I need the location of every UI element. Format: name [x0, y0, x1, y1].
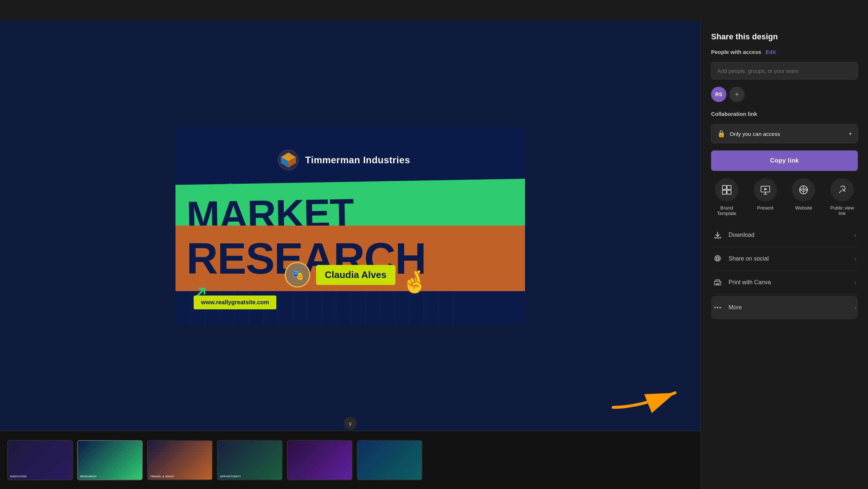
more-label: More — [729, 304, 848, 311]
present-label: Present — [757, 205, 773, 211]
print-menu-item[interactable]: Print with Canva › — [711, 271, 858, 294]
share-option-brand-template[interactable]: BrandTemplate — [711, 178, 742, 216]
share-options-grid: BrandTemplate Present — [711, 178, 858, 216]
person-name-badge: Claudia Alves — [316, 265, 395, 285]
thumbnails-bar: EXECUTIVE RESEARCH TRAVEL & SIGHT OPPORT… — [0, 431, 701, 489]
brand-template-icon — [715, 178, 738, 202]
scroll-down-button[interactable]: ∨ — [344, 417, 357, 430]
download-label: Download — [729, 232, 848, 238]
more-menu-item[interactable]: More › — [711, 296, 858, 319]
svg-rect-5 — [722, 185, 726, 189]
people-access-label: People with access — [711, 49, 761, 55]
svg-point-19 — [717, 307, 718, 308]
company-name: Timmerman Industries — [305, 154, 410, 166]
more-chevron-icon: › — [854, 304, 856, 312]
brand-template-label: BrandTemplate — [717, 205, 737, 216]
collab-link-dropdown[interactable]: 🔒 Only you can access ▾ — [711, 124, 858, 143]
hand-emoji-2: 🤞 — [401, 269, 429, 295]
share-option-present[interactable]: Present — [750, 178, 781, 216]
thumbnail-5[interactable] — [287, 440, 352, 480]
share-social-label: Share on social — [729, 255, 848, 262]
company-header: Timmerman Industries — [277, 149, 410, 171]
top-bar — [0, 0, 868, 20]
thumb-label-2: RESEARCH — [80, 475, 96, 478]
share-title: Share this design — [711, 32, 858, 42]
present-icon — [754, 178, 777, 202]
share-option-website[interactable]: Website — [788, 178, 820, 216]
share-social-menu-item[interactable]: Share on social › — [711, 247, 858, 271]
svg-marker-12 — [764, 188, 768, 191]
share-social-icon — [713, 254, 723, 264]
public-view-link-icon — [830, 178, 854, 202]
company-logo — [277, 149, 299, 171]
svg-point-20 — [719, 307, 721, 308]
svg-point-18 — [714, 307, 716, 308]
thumb-label-1: EXECUTIVE — [10, 475, 27, 478]
lock-icon: 🔒 — [717, 130, 725, 138]
main-area: Timmerman Industries 🤘 🖊️ MARKET RESEARC… — [0, 20, 868, 489]
print-label: Print with Canva — [729, 279, 848, 286]
website-url: www.reallygreatsite.com — [194, 296, 276, 309]
menu-items-list: Download › Share on social › — [711, 223, 858, 319]
more-icon — [713, 302, 723, 313]
download-icon — [713, 230, 723, 240]
svg-point-17 — [719, 282, 720, 283]
edit-access-link[interactable]: Edit — [766, 49, 776, 55]
thumb-label-3: TRAVEL & SIGHT — [150, 475, 174, 478]
thumb-label-4: OPPORTUNITY — [220, 475, 241, 478]
chevron-down-icon: ▾ — [849, 131, 852, 137]
thumbnail-4[interactable]: OPPORTUNITY — [217, 440, 283, 480]
access-option-text: Only you can access — [730, 131, 845, 137]
download-menu-item[interactable]: Download › — [711, 223, 858, 247]
website-label: Website — [795, 205, 812, 211]
website-icon — [792, 178, 815, 202]
print-chevron-icon: › — [854, 279, 856, 286]
svg-rect-7 — [722, 190, 726, 194]
thumbnail-6[interactable] — [357, 440, 422, 480]
copy-link-button[interactable]: Copy link — [711, 150, 858, 171]
add-people-input[interactable] — [711, 62, 858, 79]
design-slide: Timmerman Industries 🤘 🖊️ MARKET RESEARC… — [175, 127, 525, 324]
download-chevron-icon: › — [854, 231, 856, 239]
thumbnail-3[interactable]: TRAVEL & SIGHT — [147, 440, 213, 480]
people-access-row: People with access Edit — [711, 49, 858, 55]
thumbnail-1[interactable]: EXECUTIVE — [7, 440, 73, 480]
share-panel: Share this design People with access Edi… — [701, 20, 868, 489]
canvas-area: Timmerman Industries 🤘 🖊️ MARKET RESEARC… — [0, 20, 701, 489]
print-icon — [713, 277, 723, 287]
collab-link-label: Collaboration link — [711, 111, 858, 117]
thumbnail-2[interactable]: RESEARCH — [77, 440, 143, 480]
person-card: 🎭 Claudia Alves — [285, 262, 395, 287]
public-view-link-label: Public view link — [826, 205, 858, 216]
user-avatar-rs: RS — [711, 87, 726, 102]
add-person-button[interactable]: + — [729, 87, 745, 102]
svg-rect-8 — [727, 190, 731, 194]
svg-rect-6 — [727, 185, 731, 189]
share-option-public-view[interactable]: Public view link — [826, 178, 858, 216]
avatar-row: RS + — [711, 87, 858, 102]
person-avatar: 🎭 — [285, 262, 310, 287]
design-canvas: Timmerman Industries 🤘 🖊️ MARKET RESEARC… — [0, 20, 701, 431]
share-social-chevron-icon: › — [854, 255, 856, 263]
